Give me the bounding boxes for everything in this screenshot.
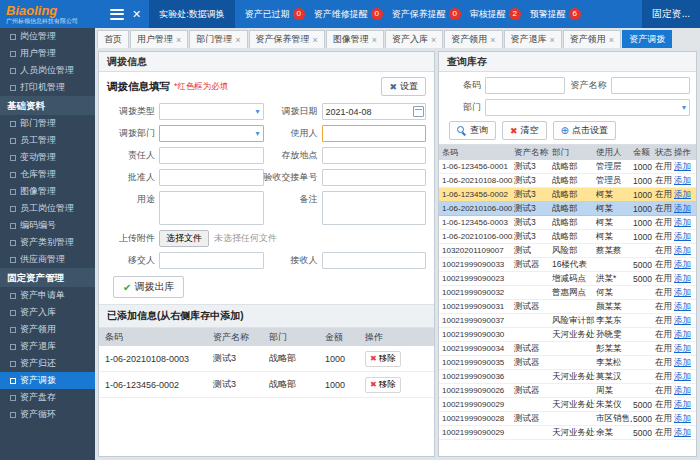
header-badge[interactable]: 预警提醒6 (530, 8, 581, 21)
tab-close-icon[interactable]: × (372, 35, 377, 45)
add-link[interactable]: 添加 (674, 203, 691, 213)
transfer-dept-select[interactable]: ▾ (159, 125, 264, 142)
tab-close-icon[interactable]: × (431, 35, 436, 45)
header-badge[interactable]: 资产已过期0 (245, 8, 305, 21)
header-badge[interactable]: 资产保养提醒0 (392, 8, 461, 21)
tab-close-icon[interactable]: × (235, 35, 240, 45)
sidebar-item-资产领用[interactable]: 资产领用 (0, 321, 95, 338)
tab-close-icon[interactable]: × (550, 35, 555, 45)
add-link[interactable]: 添加 (674, 231, 691, 241)
tab-close-icon[interactable]: × (313, 35, 318, 45)
sidebar-item-资产申请单[interactable]: 资产申请单 (0, 287, 95, 304)
tab-用户管理[interactable]: 用户管理× (130, 30, 188, 48)
table-row[interactable]: 10021999090036天河业务处理点莫某汉在用添加 (439, 370, 696, 384)
search-name-input[interactable] (611, 77, 691, 94)
add-link[interactable]: 添加 (674, 301, 691, 311)
table-row[interactable]: 10021999090031测试器颜某某在用添加 (439, 300, 696, 314)
tab-资产入库[interactable]: 资产入库× (385, 30, 443, 48)
sidebar-item-变动管理[interactable]: 变动管理 (0, 149, 95, 166)
tab-资产领用[interactable]: 资产领用× (563, 30, 621, 48)
responsible-input[interactable] (159, 147, 264, 164)
add-link[interactable]: 添加 (674, 273, 691, 283)
table-row[interactable]: 1-06-20210106-0001测试3战略部柯某1000在用添加 (439, 202, 696, 216)
logo[interactable]: Biaoling 广州标领信息科技有限公司 (6, 4, 102, 24)
sidebar-item-员工岗位管理[interactable]: 员工岗位管理 (0, 200, 95, 217)
clear-button[interactable]: ✖ 清空 (502, 121, 547, 140)
table-row[interactable]: 10021999090029天河业务处理点朱某仪5000在用添加 (439, 398, 696, 412)
table-row[interactable]: 10021999090034测试器彭某某在用添加 (439, 342, 696, 356)
sidebar-item-供应商管理[interactable]: 供应商管理 (0, 251, 95, 268)
sidebar-item-资产盘存[interactable]: 资产盘存 (0, 389, 95, 406)
table-row[interactable]: 10021999090023增减码点洪某*5000在用添加 (439, 272, 696, 286)
table-row[interactable]: 10021999090033测试器16楼代表5000在用添加 (439, 258, 696, 272)
tab-首页[interactable]: 首页 (97, 30, 129, 48)
add-link[interactable]: 添加 (674, 175, 691, 185)
location-input[interactable] (322, 147, 427, 164)
search-dept-select[interactable]: ▾ (485, 99, 690, 116)
sidebar-section-基础资料[interactable]: 基础资料 (0, 96, 95, 115)
table-row[interactable]: 10021999090030天河业务处理点孙晓雯在用添加 (439, 328, 696, 342)
table-row[interactable]: 10021999090032普惠网点何某在用添加 (439, 286, 696, 300)
approver-input[interactable] (159, 169, 264, 186)
sidebar-item-人员岗位管理[interactable]: 人员岗位管理 (0, 62, 95, 79)
remark-textarea[interactable] (322, 191, 427, 225)
sidebar-item-岗位管理[interactable]: 岗位管理 (0, 28, 95, 45)
add-link[interactable]: 添加 (674, 287, 691, 297)
remove-button[interactable]: ✖移除 (365, 351, 401, 367)
sidebar-item-部门管理[interactable]: 部门管理 (0, 115, 95, 132)
add-link[interactable]: 添加 (674, 413, 691, 423)
purpose-textarea[interactable] (159, 191, 264, 225)
tab-资产调拨[interactable]: 资产调拨 (622, 30, 672, 48)
add-link[interactable]: 添加 (674, 343, 691, 353)
add-link[interactable]: 添加 (674, 427, 691, 437)
sidebar-item-资产类别管理[interactable]: 资产类别管理 (0, 234, 95, 251)
choose-file-button[interactable]: 选择文件 (159, 230, 209, 247)
table-row[interactable]: 10021999090037风险审计部李某东在用添加 (439, 314, 696, 328)
add-link[interactable]: 添加 (674, 245, 691, 255)
user-input[interactable] (322, 125, 427, 142)
tab-部门管理[interactable]: 部门管理× (189, 30, 247, 48)
sidebar-item-员工管理[interactable]: 员工管理 (0, 132, 95, 149)
sidebar-item-资产归还[interactable]: 资产归还 (0, 355, 95, 372)
add-link[interactable]: 添加 (674, 385, 691, 395)
table-row[interactable]: 1-06-20210108-0003测试3战略部管理员1000在用添加 (439, 174, 696, 188)
add-link[interactable]: 添加 (674, 161, 691, 171)
add-link[interactable]: 添加 (674, 189, 691, 199)
workspace-tab[interactable]: 实验处:数据调换 (149, 0, 235, 28)
settings-button[interactable]: ✖ 设置 (381, 77, 426, 96)
sidebar-item-图像管理[interactable]: 图像管理 (0, 183, 95, 200)
sidebar-item-资产调拨[interactable]: 资产调拨 (0, 372, 95, 389)
transfer-date-input[interactable] (322, 103, 427, 120)
tab-close-icon[interactable]: × (609, 35, 614, 45)
tab-close-icon[interactable]: × (176, 35, 181, 45)
sidebar-section-固定资产管理[interactable]: 固定资产管理 (0, 268, 95, 287)
query-button[interactable]: 查询 (449, 121, 496, 140)
search-code-input[interactable] (485, 77, 565, 94)
sidebar-item-仓库管理[interactable]: 仓库管理 (0, 166, 95, 183)
receiver-input[interactable] (322, 252, 427, 269)
table-row[interactable]: 10320201109007测试风险部蔡某蔡在用添加 (439, 244, 696, 258)
add-link[interactable]: 添加 (674, 259, 691, 269)
tab-资产领用[interactable]: 资产领用× (444, 30, 502, 48)
click-settings-button[interactable]: ⊕ 点击设置 (553, 121, 616, 140)
menu-icon[interactable] (110, 9, 124, 20)
tab-图像管理[interactable]: 图像管理× (326, 30, 384, 48)
header-badge[interactable]: 资产维修提醒0 (314, 8, 383, 21)
table-row[interactable]: 1-06-123456-0001测试3战略部管理层1000在用添加 (439, 160, 696, 174)
add-link[interactable]: 添加 (674, 399, 691, 409)
tab-close-icon[interactable]: × (490, 35, 495, 45)
transfer-out-button[interactable]: ✔ 调拨出库 (113, 276, 184, 298)
receipt-input[interactable] (322, 169, 427, 186)
sidebar-item-用户管理[interactable]: 用户管理 (0, 45, 95, 62)
add-link[interactable]: 添加 (674, 371, 691, 381)
sidebar-item-资产入库[interactable]: 资产入库 (0, 304, 95, 321)
table-row[interactable]: 10021999090026测试器周某在用添加 (439, 384, 696, 398)
sidebar-item-编码编号[interactable]: 编码编号 (0, 217, 95, 234)
header-badge[interactable]: 审核提醒2 (470, 8, 521, 21)
table-row[interactable]: 1-06-123456-0003测试3战略部柯某1000在用添加 (439, 216, 696, 230)
calendar-icon[interactable] (413, 106, 424, 117)
transfer-type-select[interactable]: ▾ (159, 103, 264, 120)
add-link[interactable]: 添加 (674, 217, 691, 227)
add-link[interactable]: 添加 (674, 357, 691, 367)
add-link[interactable]: 添加 (674, 329, 691, 339)
